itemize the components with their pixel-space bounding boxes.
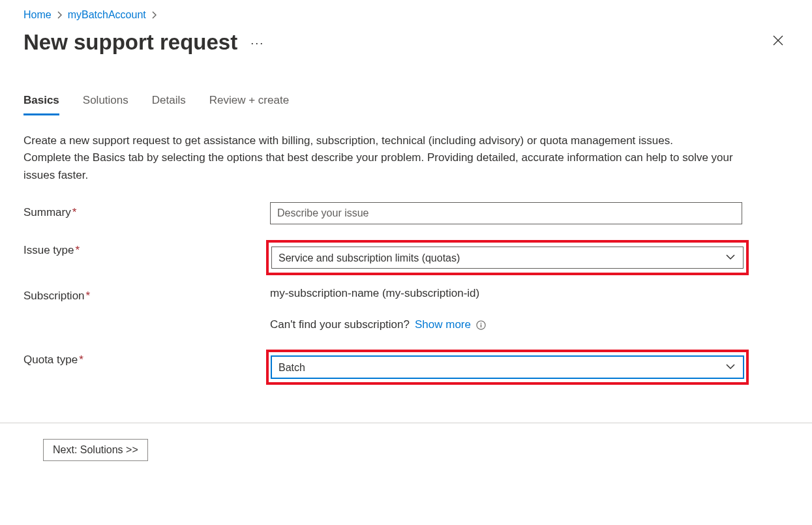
- tab-solutions[interactable]: Solutions: [83, 94, 128, 115]
- issue-type-label: Issue type*: [23, 240, 270, 257]
- issue-type-select[interactable]: Service and subscription limits (quotas): [271, 247, 744, 269]
- subscription-label: Subscription*: [23, 286, 270, 303]
- tab-details[interactable]: Details: [152, 94, 186, 115]
- issue-type-highlight: Service and subscription limits (quotas): [266, 240, 749, 275]
- more-menu-button[interactable]: ···: [250, 37, 264, 49]
- description-text: Create a new support request to get assi…: [23, 132, 741, 184]
- chevron-right-icon: [151, 11, 157, 19]
- breadcrumb: Home myBatchAccount: [23, 5, 789, 30]
- info-icon[interactable]: [476, 320, 486, 330]
- page-title: New support request: [23, 30, 237, 55]
- svg-rect-2: [481, 324, 481, 327]
- quota-type-highlight: Batch: [266, 350, 749, 385]
- summary-input[interactable]: [270, 202, 742, 224]
- tab-basics[interactable]: Basics: [23, 94, 59, 115]
- close-button[interactable]: [768, 30, 789, 51]
- breadcrumb-account[interactable]: myBatchAccount: [68, 9, 146, 21]
- chevron-right-icon: [57, 11, 63, 19]
- next-button[interactable]: Next: Solutions >>: [43, 439, 148, 461]
- breadcrumb-home[interactable]: Home: [23, 9, 52, 21]
- quota-type-label: Quota type*: [23, 350, 270, 367]
- show-more-link[interactable]: Show more: [415, 318, 471, 331]
- subscription-value: my-subscription-name (my-subscription-id…: [270, 286, 742, 300]
- summary-label: Summary*: [23, 202, 270, 219]
- tabs: Basics Solutions Details Review + create: [23, 94, 789, 115]
- quota-type-select[interactable]: Batch: [271, 356, 744, 378]
- tab-review-create[interactable]: Review + create: [209, 94, 289, 115]
- svg-point-1: [481, 322, 482, 323]
- subscription-hint-text: Can't find your subscription?: [270, 318, 410, 331]
